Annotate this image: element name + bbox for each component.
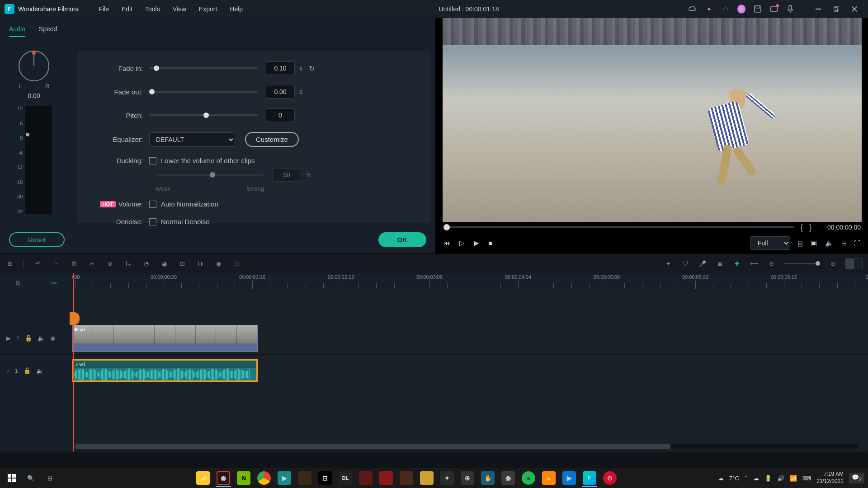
customize-button[interactable]: Customize: [245, 132, 299, 147]
preview-quality-select[interactable]: Full: [750, 236, 790, 250]
tab-audio[interactable]: Audio: [9, 22, 25, 37]
headphones-icon[interactable]: ◠: [721, 5, 729, 13]
timeline-hscrollbar[interactable]: [75, 444, 859, 449]
playhead-handle[interactable]: [70, 312, 80, 325]
taskbar-app-vlc[interactable]: ▲: [539, 469, 558, 487]
play-icon[interactable]: ▶: [474, 239, 479, 247]
delete-icon[interactable]: 🗑: [69, 259, 78, 268]
taskbar-app-8[interactable]: [417, 469, 436, 487]
snapshot-icon[interactable]: ▣: [811, 239, 817, 247]
close-button[interactable]: [845, 2, 863, 16]
menu-help[interactable]: Help: [223, 3, 249, 15]
avatar-icon[interactable]: [737, 5, 745, 13]
zoom-slider[interactable]: [784, 263, 820, 264]
taskbar-app-7[interactable]: [397, 469, 416, 487]
fade-out-slider[interactable]: [149, 91, 258, 93]
taskbar-app-15[interactable]: ⊙: [600, 469, 619, 487]
duration-icon[interactable]: ◕: [160, 259, 169, 268]
search-button[interactable]: 🔍: [23, 470, 39, 486]
menu-tools[interactable]: Tools: [139, 3, 166, 15]
crop-icon[interactable]: ⊡: [178, 259, 187, 268]
taskbar-app-chrome[interactable]: [255, 469, 274, 487]
tab-speed[interactable]: Speed: [39, 22, 57, 37]
tray-battery-icon[interactable]: 🔋: [764, 475, 772, 482]
zoom-in-icon[interactable]: ⊕: [828, 259, 837, 268]
taskbar-app-14[interactable]: ▶: [560, 469, 579, 487]
weather-icon[interactable]: ☁: [718, 475, 724, 482]
audio-track-icon[interactable]: ♪: [6, 367, 9, 374]
taskbar-app-12[interactable]: ◉: [499, 469, 518, 487]
lightbulb-icon[interactable]: ✦: [705, 5, 713, 13]
menu-view[interactable]: View: [166, 3, 193, 15]
fade-in-value[interactable]: [266, 61, 295, 75]
marker-icon[interactable]: ✚: [732, 259, 741, 268]
voiceover-icon[interactable]: 🎤: [698, 259, 707, 268]
redo-icon[interactable]: ↷: [51, 259, 60, 268]
adjust-icon[interactable]: ⫿⫿: [196, 259, 205, 268]
taskbar-app-9[interactable]: ✦: [438, 469, 457, 487]
text-icon[interactable]: T₊: [123, 259, 132, 268]
save-icon[interactable]: [754, 5, 762, 13]
message-icon[interactable]: [770, 5, 778, 13]
menu-edit[interactable]: Edit: [115, 3, 139, 15]
tray-volume-icon[interactable]: 🔊: [777, 475, 784, 482]
balance-dial[interactable]: [19, 51, 49, 81]
lock-icon[interactable]: 🔓: [25, 335, 32, 342]
tray-wifi-icon[interactable]: 📶: [790, 475, 797, 482]
ok-button[interactable]: OK: [378, 232, 427, 247]
system-clock[interactable]: 7:19 AM 23/12/2022: [816, 471, 844, 485]
audio-mute-icon[interactable]: 🔈: [36, 367, 43, 374]
video-track-icon[interactable]: ▶: [6, 335, 11, 342]
taskbar-app-filmora[interactable]: F: [580, 469, 599, 487]
preview-scrubber[interactable]: [443, 226, 794, 228]
audio-lock-icon[interactable]: 🔓: [24, 367, 31, 374]
speed-icon[interactable]: ◔: [142, 259, 151, 268]
ducking-checkbox[interactable]: [149, 157, 156, 164]
display-icon[interactable]: ⌸: [798, 239, 802, 247]
taskbar-app-6[interactable]: [377, 469, 396, 487]
stop-icon[interactable]: ■: [488, 239, 492, 247]
taskbar-app-explorer[interactable]: 📁: [193, 469, 212, 487]
tray-lang-icon[interactable]: ⌨: [802, 475, 811, 482]
taskbar-app-10[interactable]: ⊕: [458, 469, 477, 487]
start-button[interactable]: [4, 470, 20, 486]
preview-video[interactable]: [443, 18, 862, 222]
color-icon[interactable]: ◉: [214, 259, 223, 268]
visibility-icon[interactable]: ◉: [50, 335, 55, 342]
speaker-icon[interactable]: 🔈: [825, 239, 834, 247]
shield-icon[interactable]: ⛉: [681, 259, 690, 268]
view-toggle[interactable]: [845, 258, 863, 269]
taskbar-app-11[interactable]: ✋: [478, 469, 497, 487]
export-frame-icon[interactable]: ⎘: [842, 239, 846, 247]
fullscreen-icon[interactable]: ⛶: [854, 239, 861, 247]
task-view-button[interactable]: ⊞: [42, 470, 58, 486]
fade-out-value[interactable]: [266, 85, 295, 99]
layout-icon[interactable]: ⊞: [5, 259, 14, 268]
taskbar-app-nvidia[interactable]: N: [234, 469, 253, 487]
mark-in-icon[interactable]: {: [800, 223, 803, 232]
taskbar-app-5[interactable]: [356, 469, 375, 487]
taskbar-app-1[interactable]: ▶: [275, 469, 294, 487]
fade-in-slider[interactable]: [149, 67, 258, 69]
taskbar-app-obs[interactable]: ◉: [214, 469, 233, 487]
auto-normalization-checkbox[interactable]: [149, 201, 156, 208]
timeline-ruler[interactable]: 0:0000:00:00:2000:00:01:1600:00:02:1200:…: [72, 273, 868, 293]
split-icon[interactable]: ✂: [87, 259, 96, 268]
fit-icon[interactable]: ⟷: [750, 259, 759, 268]
render-icon[interactable]: ✦: [664, 259, 673, 268]
cloud-icon[interactable]: [689, 5, 697, 13]
step-back-icon[interactable]: ⏮: [443, 239, 450, 247]
mute-icon[interactable]: 🔈: [38, 335, 45, 342]
fade-in-reset-icon[interactable]: ↻: [309, 64, 315, 73]
prohibit-icon[interactable]: ⊘: [105, 259, 114, 268]
equalizer-select[interactable]: DEFAULT: [149, 132, 235, 147]
tray-chevron-icon[interactable]: ˄: [745, 475, 748, 482]
maximize-button[interactable]: [827, 2, 845, 16]
video-clip[interactable]: ▶w1: [72, 325, 258, 352]
weather-temp[interactable]: 7°C: [729, 475, 739, 482]
play-backward-icon[interactable]: ▷: [459, 239, 465, 247]
taskbar-app-spotify[interactable]: ≡: [519, 469, 538, 487]
media-icon[interactable]: ⎘: [14, 279, 23, 288]
mark-out-icon[interactable]: }: [809, 223, 812, 232]
mic-download-icon[interactable]: [786, 5, 794, 13]
